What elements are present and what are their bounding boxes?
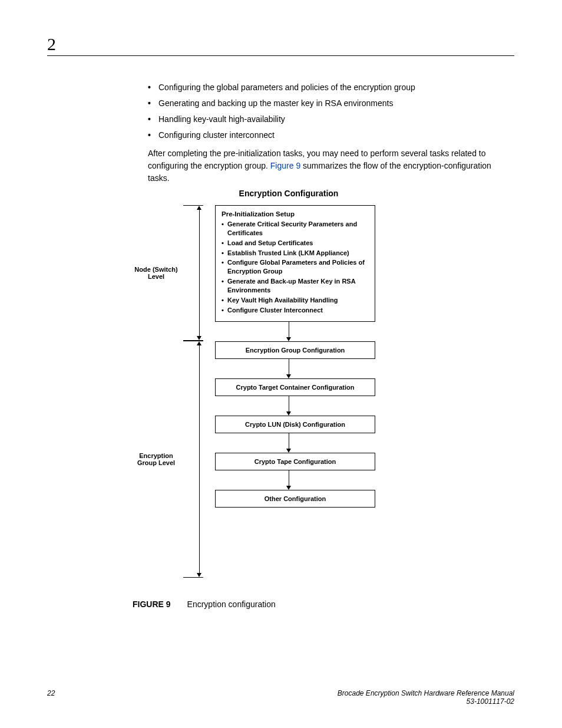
figure-caption: FIGURE 9Encryption configuration bbox=[133, 599, 276, 609]
diagram-title: Encryption Configuration bbox=[200, 189, 377, 198]
list-item: Key Vault High Availability Handling bbox=[222, 296, 369, 305]
level-arrow bbox=[195, 341, 203, 577]
list-item: Generating and backing up the master key… bbox=[148, 97, 514, 110]
list-item: Handling key-vault high-availability bbox=[148, 113, 514, 126]
arrow-down-icon bbox=[286, 337, 291, 341]
footer-right: Brocade Encryption Switch Hardware Refer… bbox=[338, 689, 514, 706]
diagram: Encryption Configuration Node (Switch) L… bbox=[133, 189, 386, 578]
level-label-node: Node (Switch) Level bbox=[133, 266, 183, 280]
flow-arrow bbox=[215, 322, 362, 341]
vertical-line bbox=[199, 345, 200, 573]
level-label-group: Encryption Group Level bbox=[133, 452, 183, 466]
vertical-line bbox=[199, 210, 200, 336]
paragraph: After completing the pre-initialization … bbox=[148, 147, 514, 185]
bracket-bottom bbox=[183, 577, 203, 578]
preinit-list: Generate Critical Security Parameters an… bbox=[222, 220, 369, 314]
figure-label: FIGURE 9 bbox=[133, 599, 171, 609]
list-item: Generate Critical Security Parameters an… bbox=[222, 220, 369, 238]
arrow-up-icon bbox=[197, 206, 201, 210]
level-range-node: Node (Switch) Level bbox=[133, 205, 203, 341]
arrow-down-icon bbox=[286, 374, 291, 378]
diagram-box: Other Configuration bbox=[215, 490, 375, 508]
arrow-up-icon bbox=[197, 341, 201, 345]
diagram-box: Crypto Target Container Configuration bbox=[215, 378, 375, 396]
preinit-box: Pre-Initialization Setup Generate Critic… bbox=[215, 205, 375, 322]
list-item: Generate and Back-up Master Key in RSA E… bbox=[222, 277, 369, 295]
flow-arrow bbox=[215, 433, 362, 453]
list-item: Configure Global Parameters and Policies… bbox=[222, 258, 369, 276]
page-footer: 22 Brocade Encryption Switch Hardware Re… bbox=[47, 689, 514, 706]
preinit-heading: Pre-Initialization Setup bbox=[222, 210, 369, 218]
diagram-box: Encryption Group Configuration bbox=[215, 341, 375, 359]
level-range-group: Encryption Group Level bbox=[133, 341, 203, 578]
manual-title: Brocade Encryption Switch Hardware Refer… bbox=[338, 689, 514, 697]
header-rule bbox=[47, 55, 514, 56]
figure-caption-text: Encryption configuration bbox=[187, 599, 276, 609]
task-bullet-list: Configuring the global parameters and po… bbox=[148, 81, 514, 141]
body-content: Configuring the global parameters and po… bbox=[148, 81, 514, 185]
chapter-number: 2 bbox=[47, 34, 56, 54]
arrow-down-icon bbox=[197, 573, 201, 577]
list-item: Load and Setup Certificates bbox=[222, 239, 369, 248]
list-item: Establish Trusted Link (LKM Appliance) bbox=[222, 249, 369, 258]
doc-number: 53-1001117-02 bbox=[338, 697, 514, 706]
arrow-down-icon bbox=[286, 449, 291, 453]
list-item: Configure Cluster Interconnect bbox=[222, 306, 369, 315]
figure-link[interactable]: Figure 9 bbox=[270, 161, 300, 170]
flow-arrow bbox=[215, 359, 362, 378]
arrow-down-icon bbox=[286, 411, 291, 416]
boxes-column: Pre-Initialization Setup Generate Critic… bbox=[203, 205, 386, 578]
page-number: 22 bbox=[47, 689, 55, 706]
arrow-down-icon bbox=[286, 486, 291, 490]
list-item: Configuring cluster interconnect bbox=[148, 129, 514, 141]
level-arrow bbox=[195, 206, 203, 340]
list-item: Configuring the global parameters and po… bbox=[148, 81, 514, 94]
level-column: Node (Switch) Level Encryption Group Lev… bbox=[133, 205, 203, 578]
flow-arrow bbox=[215, 470, 362, 490]
diagram-box: Crypto Tape Configuration bbox=[215, 453, 375, 470]
flow-arrow bbox=[215, 396, 362, 416]
arrow-down-icon bbox=[197, 336, 201, 340]
diagram-box: Crypto LUN (Disk) Configuration bbox=[215, 416, 375, 433]
